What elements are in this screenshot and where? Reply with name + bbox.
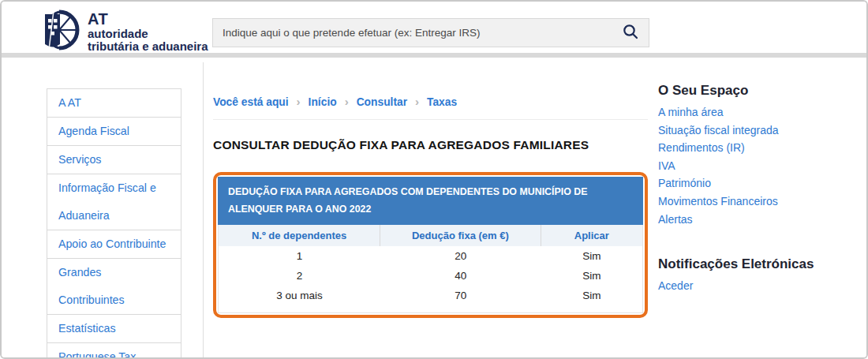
o-seu-espaco-heading: O Seu Espaço xyxy=(658,83,857,99)
breadcrumb-rule xyxy=(213,119,648,120)
cell-apply: Sim xyxy=(541,266,642,286)
breadcrumb-consultar[interactable]: Consultar xyxy=(357,96,407,108)
sidebar-item-portuguese-tax-system[interactable]: Portuguese Tax System xyxy=(47,342,181,359)
sidebar-item-agenda-fiscal[interactable]: Agenda Fiscal xyxy=(47,117,181,145)
at-logo-icon xyxy=(38,9,80,54)
column-header-dependents: N.º de dependentes xyxy=(219,225,380,246)
chevron-separator-icon: › xyxy=(415,95,419,108)
browser-viewport: AT autoridade tributária e aduaneira A A… xyxy=(0,0,868,359)
table-row: 2 40 Sim xyxy=(219,266,642,286)
sidebar-item-a-at[interactable]: A AT xyxy=(47,88,181,117)
at-logo-wordmark: AT autoridade tributária e aduaneira xyxy=(88,11,208,53)
sidebar-item-servicos[interactable]: Serviços xyxy=(47,145,181,174)
sidebar-divider xyxy=(203,62,204,357)
sidebar-item-informacao-fiscal[interactable]: Informação Fiscal e Aduaneira xyxy=(47,174,181,230)
sidebar-item-apoio-contribuinte[interactable]: Apoio ao Contribuinte xyxy=(47,230,181,258)
cell-apply: Sim xyxy=(541,246,642,266)
column-header-deduction: Dedução fixa (em €) xyxy=(380,225,541,246)
logo-line-1: AT xyxy=(88,11,208,28)
cell-deduction: 70 xyxy=(380,286,541,305)
cell-dependents: 3 ou mais xyxy=(219,286,380,305)
link-iva[interactable]: IVA xyxy=(658,157,857,175)
cell-deduction: 20 xyxy=(380,246,541,266)
link-situacao-fiscal-integrada[interactable]: Situação fiscal integrada xyxy=(658,122,857,140)
search-icon xyxy=(622,23,639,43)
deduction-table: N.º de dependentes Dedução fixa (em €) A… xyxy=(218,225,643,313)
link-movimentos-financeiros[interactable]: Movimentos Financeiros xyxy=(658,193,857,211)
main-column: Você está aqui › Início › Consultar › Ta… xyxy=(213,62,648,318)
breadcrumb: Você está aqui › Início › Consultar › Ta… xyxy=(213,95,648,109)
logo-line-3: tributária e aduaneira xyxy=(88,40,208,53)
link-alertas[interactable]: Alertas xyxy=(658,211,857,229)
breadcrumb-taxas[interactable]: Taxas xyxy=(427,96,457,108)
table-row: 3 ou mais 70 Sim xyxy=(219,286,642,305)
cell-deduction: 40 xyxy=(380,266,541,286)
link-rendimentos-ir[interactable]: Rendimentos (IR) xyxy=(658,139,857,157)
page-content: A AT Agenda Fiscal Serviços Informação F… xyxy=(2,62,866,357)
right-column: O Seu Espaço A minha área Situação fisca… xyxy=(658,62,857,295)
cell-apply: Sim xyxy=(541,286,642,305)
cell-dependents: 1 xyxy=(219,246,380,266)
breadcrumb-prefix: Você está aqui xyxy=(213,96,289,108)
cell-dependents: 2 xyxy=(219,266,380,286)
sidebar-item-estatisticas[interactable]: Estatísticas xyxy=(47,314,181,342)
chevron-separator-icon: › xyxy=(345,95,349,108)
notificacoes-eletronicas-heading: Notificações Eletrónicas xyxy=(658,256,857,272)
column-header-apply: Aplicar xyxy=(541,225,642,246)
sidebar-item-grandes-contribuintes[interactable]: Grandes Contribuintes xyxy=(47,258,181,314)
table-header-row: N.º de dependentes Dedução fixa (em €) A… xyxy=(219,225,642,246)
table-row: 1 20 Sim xyxy=(219,246,642,266)
logo-line-2: autoridade xyxy=(88,28,208,40)
at-logo[interactable]: AT autoridade tributária e aduaneira xyxy=(38,9,208,54)
page-title: CONSULTAR DEDUÇÃO FIXA PARA AGREGADOS FA… xyxy=(213,138,648,152)
link-aceder[interactable]: Aceder xyxy=(658,277,857,295)
table-caption: DEDUÇÃO FIXA PARA AGREGADOS COM DEPENDEN… xyxy=(218,177,643,225)
link-patrimonio[interactable]: Património xyxy=(658,174,857,193)
o-seu-espaco-links: A minha área Situação fiscal integrada R… xyxy=(658,103,857,228)
notificacoes-links: Aceder xyxy=(658,277,857,295)
breadcrumb-inicio[interactable]: Início xyxy=(309,96,337,108)
search-bar xyxy=(212,18,649,47)
site-header: AT autoridade tributária e aduaneira xyxy=(2,2,866,58)
chevron-separator-icon: › xyxy=(297,95,301,108)
search-input[interactable] xyxy=(223,27,622,39)
highlight-annotation: DEDUÇÃO FIXA PARA AGREGADOS COM DEPENDEN… xyxy=(213,172,648,318)
left-navigation: A AT Agenda Fiscal Serviços Informação F… xyxy=(47,88,181,359)
search-button[interactable] xyxy=(622,23,639,43)
link-a-minha-area[interactable]: A minha área xyxy=(658,103,857,122)
